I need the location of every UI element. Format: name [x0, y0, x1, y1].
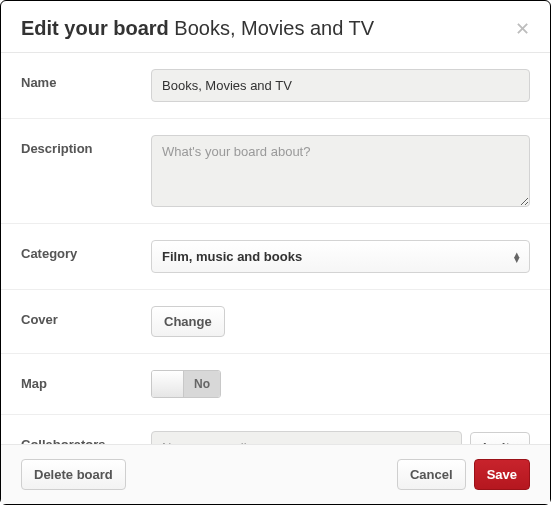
- toggle-knob: [152, 371, 184, 397]
- modal-title: Edit your board Books, Movies and TV: [21, 17, 374, 40]
- name-input[interactable]: [151, 69, 530, 102]
- cancel-button[interactable]: Cancel: [397, 459, 466, 490]
- description-label: Description: [21, 135, 151, 156]
- collaborator-input[interactable]: [151, 431, 462, 444]
- edit-board-modal: Edit your board Books, Movies and TV ✕ N…: [0, 0, 551, 505]
- map-toggle[interactable]: No: [151, 370, 221, 398]
- map-label: Map: [21, 370, 151, 391]
- name-label: Name: [21, 69, 151, 90]
- row-description: Description: [1, 119, 550, 224]
- form-body: Name Description Category Film, music an…: [1, 53, 550, 444]
- category-select[interactable]: Film, music and books: [151, 240, 530, 273]
- modal-footer: Delete board Cancel Save: [1, 444, 550, 504]
- toggle-state-label: No: [184, 371, 220, 397]
- description-input[interactable]: [151, 135, 530, 207]
- row-name: Name: [1, 53, 550, 119]
- collaborators-label-text: Collaborators: [21, 437, 106, 444]
- category-label: Category: [21, 240, 151, 261]
- row-collaborators: Collaborators Learn more Invite: [1, 415, 550, 444]
- save-button[interactable]: Save: [474, 459, 530, 490]
- invite-button[interactable]: Invite: [470, 432, 530, 444]
- collaborators-label: Collaborators Learn more: [21, 431, 151, 444]
- delete-board-button[interactable]: Delete board: [21, 459, 126, 490]
- close-icon[interactable]: ✕: [515, 20, 530, 38]
- change-cover-button[interactable]: Change: [151, 306, 225, 337]
- row-category: Category Film, music and books ▴▾: [1, 224, 550, 290]
- row-map: Map No: [1, 354, 550, 415]
- row-cover: Cover Change: [1, 290, 550, 354]
- title-board-name: Books, Movies and TV: [174, 17, 374, 39]
- cover-label: Cover: [21, 306, 151, 327]
- title-prefix: Edit your board: [21, 17, 169, 39]
- modal-header: Edit your board Books, Movies and TV ✕: [1, 1, 550, 53]
